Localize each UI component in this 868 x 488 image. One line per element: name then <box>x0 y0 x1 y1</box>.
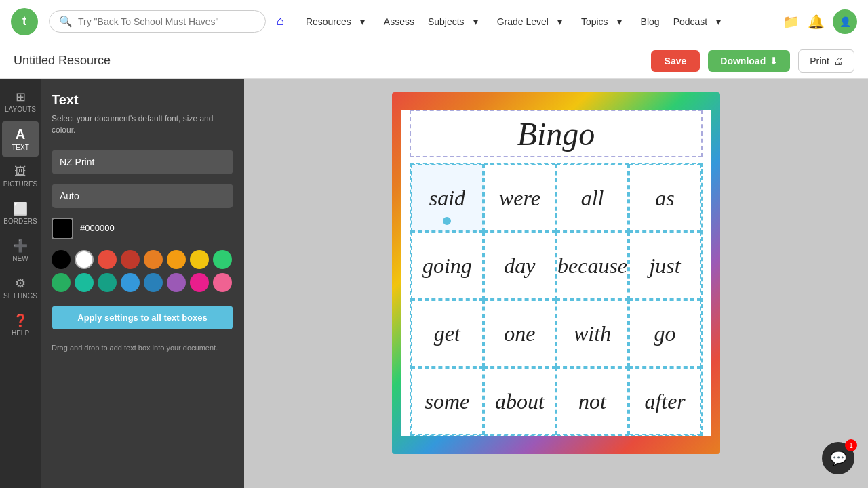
download-label: Download <box>720 56 766 66</box>
bingo-cell[interactable]: day <box>484 232 556 300</box>
sidebar-item-text[interactable]: A TEXT <box>2 121 39 157</box>
chat-widget[interactable]: 💬 1 <box>822 442 854 474</box>
main-layout: ⊞ LAYOUTS A TEXT 🖼 PICTURES ⬜ BORDERS ➕ … <box>0 79 868 488</box>
color-input-row: #000000 <box>52 218 233 239</box>
bingo-cell[interactable]: get <box>411 300 484 367</box>
avatar[interactable]: 👤 <box>833 9 857 34</box>
print-icon: 🖨 <box>833 56 843 66</box>
folder-icon[interactable]: 📁 <box>783 14 800 30</box>
sidebar-item-label-pictures: PICTURES <box>3 180 38 188</box>
bingo-title: Bingo <box>517 115 595 152</box>
sidebar-item-help[interactable]: ❓ HELP <box>2 308 39 342</box>
bell-icon[interactable]: 🔔 <box>808 14 825 30</box>
toolbar: Untitled Resource Save Download ⬇ Print … <box>0 43 868 79</box>
color-palette-dot[interactable] <box>190 273 209 292</box>
nav-icons: 📁 🔔 👤 <box>783 9 857 34</box>
search-input[interactable] <box>78 16 256 27</box>
print-button[interactable]: Print 🖨 <box>798 49 854 73</box>
bingo-cell[interactable]: said <box>411 164 484 232</box>
print-label: Print <box>810 56 829 66</box>
color-palette <box>52 250 233 292</box>
nav-blog[interactable]: Blog <box>635 12 665 31</box>
bingo-cell[interactable]: not <box>556 367 629 435</box>
color-palette-dot[interactable] <box>52 273 71 292</box>
sidebar-item-label-settings: SETTINGS <box>3 292 37 300</box>
color-palette-dot[interactable] <box>121 250 140 269</box>
bingo-cell[interactable]: going <box>411 232 484 300</box>
color-palette-dot[interactable] <box>167 250 186 269</box>
settings-icon: ⚙ <box>15 276 26 291</box>
pictures-icon: 🖼 <box>14 165 26 179</box>
nav-assess[interactable]: Assess <box>378 12 420 31</box>
panel-title: Text <box>52 92 233 108</box>
layouts-icon: ⊞ <box>16 89 26 104</box>
nav-grade-level[interactable]: Grade Level ▾ <box>492 8 573 35</box>
nav-topics[interactable]: Topics ▾ <box>576 8 633 35</box>
bingo-card: Bingo saidwereallasgoingdaybecausejustge… <box>401 110 711 436</box>
bingo-grid: saidwereallasgoingdaybecausejustgetonewi… <box>410 163 703 436</box>
bingo-outer-border: Bingo saidwereallasgoingdaybecausejustge… <box>392 92 720 454</box>
bingo-cell[interactable]: about <box>484 367 556 435</box>
bingo-cell[interactable]: were <box>484 164 556 232</box>
color-palette-dot[interactable] <box>98 273 117 292</box>
sidebar-item-label-new: NEW <box>12 255 28 262</box>
bingo-cell[interactable]: with <box>556 300 629 367</box>
bingo-cell[interactable]: some <box>411 367 484 435</box>
color-palette-dot[interactable] <box>144 273 163 292</box>
search-icon: 🔍 <box>59 15 73 28</box>
search-bar[interactable]: 🔍 <box>49 10 266 33</box>
sidebar-item-new[interactable]: ➕ NEW <box>2 233 39 268</box>
color-palette-dot[interactable] <box>121 273 140 292</box>
sidebar-item-label-layouts: LAYOUTS <box>5 106 36 113</box>
color-palette-dot[interactable] <box>75 250 94 269</box>
color-palette-dot[interactable] <box>190 250 209 269</box>
nav-resources[interactable]: Resources ▾ <box>300 8 376 35</box>
bingo-cell[interactable]: one <box>484 300 556 367</box>
bingo-cell[interactable]: as <box>629 164 701 232</box>
color-palette-dot[interactable] <box>52 250 71 269</box>
sidebar-item-label-help: HELP <box>12 329 29 337</box>
bingo-title-row[interactable]: Bingo <box>410 110 703 157</box>
left-panel: Text Select your document's default font… <box>41 79 244 488</box>
nav-subjects[interactable]: Subjects ▾ <box>422 8 489 35</box>
color-palette-dot[interactable] <box>75 273 94 292</box>
sidebar-item-settings[interactable]: ⚙ SETTINGS <box>2 270 39 305</box>
download-icon: ⬇ <box>770 56 778 66</box>
size-select[interactable]: Auto 8101214 1618243648 <box>52 184 233 208</box>
home-button[interactable]: ⌂ <box>277 14 284 28</box>
download-button[interactable]: Download ⬇ <box>708 50 790 72</box>
sidebar-item-label-borders: BORDERS <box>3 218 37 225</box>
logo-letter: t <box>22 14 26 28</box>
bingo-cell[interactable]: after <box>629 367 701 435</box>
bingo-cell[interactable]: because <box>556 232 629 300</box>
logo[interactable]: t <box>11 8 38 35</box>
bingo-cell[interactable]: all <box>556 164 629 232</box>
sidebar-item-layouts[interactable]: ⊞ LAYOUTS <box>2 84 39 119</box>
text-icon: A <box>16 127 25 142</box>
bingo-cell[interactable]: go <box>629 300 701 367</box>
color-swatch[interactable] <box>52 218 73 239</box>
sidebar-item-pictures[interactable]: 🖼 PICTURES <box>2 159 39 193</box>
save-button[interactable]: Save <box>651 50 701 72</box>
color-palette-dot[interactable] <box>213 250 232 269</box>
cursor-indicator <box>443 217 451 225</box>
panel-description: Select your document's default font, siz… <box>52 113 233 136</box>
nav-podcast[interactable]: Podcast ▾ <box>668 8 732 35</box>
sidebar-item-borders[interactable]: ⬜ BORDERS <box>2 196 39 230</box>
color-hex-value: #000000 <box>80 223 115 233</box>
resource-title: Untitled Resource <box>14 54 643 68</box>
color-palette-dot[interactable] <box>144 250 163 269</box>
main-nav: Resources ▾ Assess Subjects ▾ Grade Leve… <box>300 8 732 35</box>
apply-settings-button[interactable]: Apply settings to all text boxes <box>52 306 233 329</box>
new-icon: ➕ <box>13 239 28 253</box>
top-navigation: t 🔍 ⌂ Resources ▾ Assess Subjects ▾ Grad… <box>0 0 868 43</box>
color-palette-dot[interactable] <box>213 273 232 292</box>
help-icon: ❓ <box>13 313 28 328</box>
sidebar-icons: ⊞ LAYOUTS A TEXT 🖼 PICTURES ⬜ BORDERS ➕ … <box>0 79 41 488</box>
bingo-cell[interactable]: just <box>629 232 701 300</box>
color-palette-dot[interactable] <box>98 250 117 269</box>
drag-hint: Drag and drop to add text box into your … <box>52 343 233 353</box>
chat-icon: 💬 <box>830 450 847 466</box>
font-select[interactable]: NZ Print Arial Times New Roman Courier <box>52 150 233 174</box>
color-palette-dot[interactable] <box>167 273 186 292</box>
